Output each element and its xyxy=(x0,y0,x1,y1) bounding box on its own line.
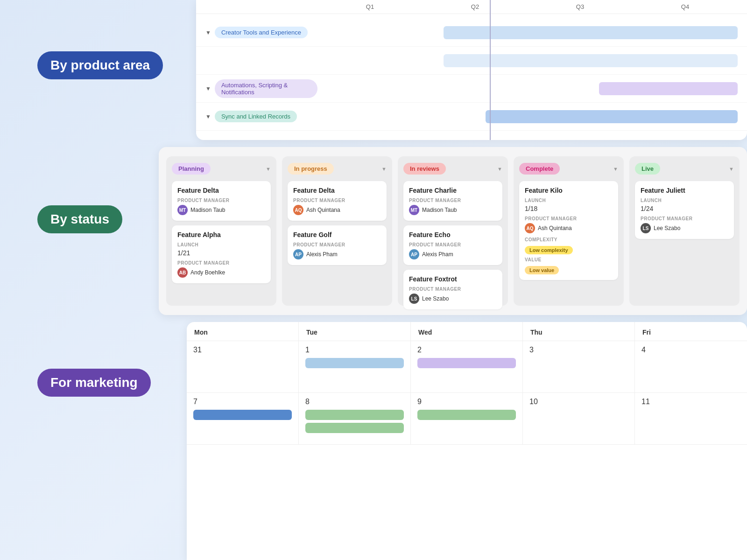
q4-header: Q4 xyxy=(633,3,738,10)
kanban-chevron-complete: ▼ xyxy=(613,166,618,172)
card-pm-label-kilo: PRODUCT MANAGER xyxy=(525,216,613,221)
cal-header-tue: Tue xyxy=(299,322,411,341)
gantt-row-empty xyxy=(196,47,747,75)
kanban-chevron-planning: ▼ xyxy=(266,166,271,172)
status-badge-complete: Complete xyxy=(519,163,560,175)
card-person-1: MT Madison Taub xyxy=(177,205,265,215)
cal-cell-10: 10 xyxy=(523,393,635,444)
gantt-tag-creator: Creator Tools and Experience xyxy=(215,27,308,38)
cal-date-7: 7 xyxy=(193,398,292,406)
q3-header: Q3 xyxy=(528,3,633,10)
kanban-card-planning-1: Feature Delta PRODUCT MANAGER MT Madison… xyxy=(172,181,271,221)
status-badge-inprogress: In progress xyxy=(288,163,334,175)
person-name-juliett: Lee Szabo xyxy=(654,225,680,231)
kanban-col-complete: Complete ▼ Feature Kilo LAUNCH 1/18 PROD… xyxy=(514,156,624,306)
cal-bar-wed-1 xyxy=(417,358,516,368)
by-product-area-label: By product area xyxy=(37,51,163,79)
by-status-label: By status xyxy=(37,205,122,233)
cal-date-2: 2 xyxy=(417,346,516,354)
gantt-tag-automations: Automations, Scripting & Notifications xyxy=(215,79,317,98)
cal-cell-7: 7 xyxy=(187,393,299,444)
card-complexity-label-kilo: COMPLEXITY xyxy=(525,237,613,242)
avatar-alexis-golf: AP xyxy=(293,249,303,259)
kanban-col-header-inprogress: In progress ▼ xyxy=(288,163,387,175)
kanban-card-charlie: Feature Charlie PRODUCT MANAGER MT Madis… xyxy=(403,181,502,221)
gantt-bar-area-creator xyxy=(317,19,738,46)
card-pm-label-alpha: PRODUCT MANAGER xyxy=(177,260,265,266)
kanban-col-header-planning: Planning ▼ xyxy=(172,163,271,175)
person-name-1: Madison Taub xyxy=(190,207,226,213)
cal-bar-tue-2b xyxy=(305,423,404,433)
calendar-body: 31 1 2 3 4 7 8 xyxy=(187,341,747,445)
person-name-foxtrot: Lee Szabo xyxy=(422,295,449,302)
person-name-alpha: Andy Boehlke xyxy=(190,269,225,276)
cal-cell-11: 11 xyxy=(635,393,747,444)
gantt-bar-auto xyxy=(599,82,738,95)
gantt-bar-creator xyxy=(444,26,738,39)
card-title-golf: Feature Golf xyxy=(293,231,381,238)
kanban-col-planning: Planning ▼ Feature Delta PRODUCT MANAGER… xyxy=(166,156,276,306)
gantt-tag-sync: Sync and Linked Records xyxy=(215,111,297,122)
avatar-andy: AB xyxy=(177,267,188,278)
kanban-chevron-live: ▼ xyxy=(729,166,734,172)
status-badge-planning: Planning xyxy=(172,163,211,175)
kanban-card-inprogress-2: Feature Golf PRODUCT MANAGER AP Alexis P… xyxy=(288,225,387,265)
cal-bar-wed-2 xyxy=(417,410,516,420)
q1-header: Q1 xyxy=(317,3,423,10)
status-badge-live: Live xyxy=(635,163,660,175)
gantt-current-line xyxy=(490,0,491,140)
status-badge-inreviews: In reviews xyxy=(403,163,446,175)
cal-cell-4: 4 xyxy=(635,341,747,392)
card-title-charlie: Feature Charlie xyxy=(409,187,497,194)
kanban-card-inprogress-1: Feature Delta PRODUCT MANAGER AQ Ash Qui… xyxy=(288,181,387,221)
chevron-icon-sync: ▼ xyxy=(205,113,211,120)
card-launch-label-kilo: LAUNCH xyxy=(525,198,613,203)
calendar-panel: Mon Tue Wed Thu Fri 31 1 2 3 4 xyxy=(187,322,747,560)
calendar-week-1: 31 1 2 3 4 xyxy=(187,341,747,393)
kanban-card-echo: Feature Echo PRODUCT MANAGER AP Alexis P… xyxy=(403,225,502,265)
card-title-alpha: Feature Alpha xyxy=(177,231,265,238)
cal-date-4: 4 xyxy=(641,346,740,354)
card-label-delta-ip: PRODUCT MANAGER xyxy=(293,198,381,203)
gantt-panel: Q1 Q2 Q3 Q4 ▼ Creator Tools and Experien… xyxy=(196,0,747,140)
person-name-echo: Alexis Pham xyxy=(422,251,453,258)
card-person-kilo: AQ Ash Quintana xyxy=(525,223,613,233)
gantt-header: Q1 Q2 Q3 Q4 xyxy=(196,0,747,14)
kanban-chevron-inreviews: ▼ xyxy=(497,166,502,172)
gantt-bar-sync xyxy=(486,110,738,123)
avatar-lee-juliett: LS xyxy=(641,223,651,233)
person-name-golf: Alexis Pham xyxy=(306,251,338,258)
kanban-col-inreviews: In reviews ▼ Feature Charlie PRODUCT MAN… xyxy=(398,156,508,306)
gantt-label-automations: ▼ Automations, Scripting & Notifications xyxy=(205,79,317,98)
card-launch-juliett: 1/24 xyxy=(641,205,728,212)
card-label-1: PRODUCT MANAGER xyxy=(177,198,265,203)
gantt-bar-area-auto xyxy=(317,75,738,102)
avatar-madison-1: MT xyxy=(177,205,188,215)
cal-date-1: 1 xyxy=(305,346,404,354)
cal-cell-1: 1 xyxy=(299,341,411,392)
gantt-bar-area-empty xyxy=(317,47,738,74)
card-launch-kilo: 1/18 xyxy=(525,205,613,212)
cal-header-thu: Thu xyxy=(523,322,635,341)
complexity-badge-kilo: Low complexity xyxy=(525,246,573,254)
cal-header-wed: Wed xyxy=(411,322,523,341)
for-marketing-label: For marketing xyxy=(37,369,151,397)
kanban-panel: Planning ▼ Feature Delta PRODUCT MANAGER… xyxy=(159,147,747,315)
cal-bar-tue-1 xyxy=(305,358,404,368)
kanban-col-header-complete: Complete ▼ xyxy=(519,163,618,175)
card-person-delta-ip: AQ Ash Quintana xyxy=(293,205,381,215)
card-label-foxtrot: PRODUCT MANAGER xyxy=(409,287,497,292)
gantt-row-automations: ▼ Automations, Scripting & Notifications xyxy=(196,75,747,103)
chevron-icon: ▼ xyxy=(205,29,211,36)
card-label-charlie: PRODUCT MANAGER xyxy=(409,198,497,203)
gantt-label-creator: ▼ Creator Tools and Experience xyxy=(205,27,317,38)
cal-date-11: 11 xyxy=(641,398,740,406)
kanban-card-planning-2: Feature Alpha LAUNCH 1/21 PRODUCT MANAGE… xyxy=(172,225,271,283)
card-pm-label-juliett: PRODUCT MANAGER xyxy=(641,216,728,221)
cal-cell-9: 9 xyxy=(411,393,523,444)
gantt-row-creator: ▼ Creator Tools and Experience xyxy=(196,19,747,47)
person-name-delta-ip: Ash Quintana xyxy=(306,207,340,213)
gantt-bar-area-sync xyxy=(317,103,738,130)
chevron-icon-auto: ▼ xyxy=(205,85,211,92)
gantt-rows: ▼ Creator Tools and Experience ▼ Automat… xyxy=(196,14,747,135)
